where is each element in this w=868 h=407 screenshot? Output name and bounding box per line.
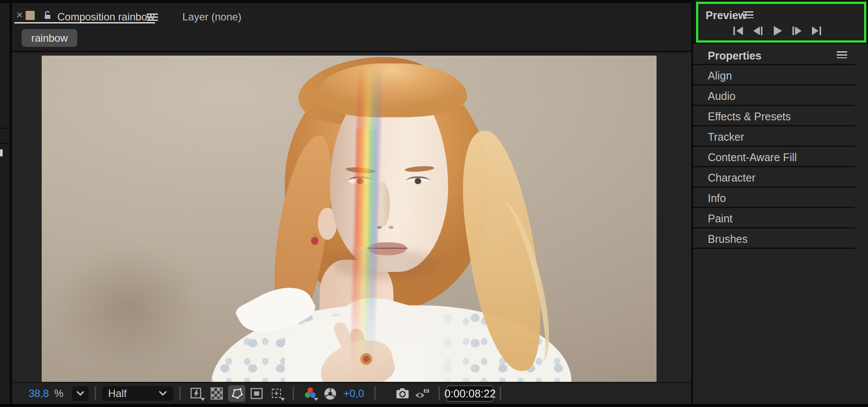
panel-divider <box>0 128 10 129</box>
toolbar-divider <box>374 387 376 400</box>
viewer-toolbar: 38,8 % Half <box>12 382 691 404</box>
caret-icon <box>201 398 205 401</box>
panel-tab-audio[interactable]: Audio <box>693 86 868 106</box>
photo-earring <box>311 233 319 246</box>
first-frame-button[interactable] <box>731 26 746 36</box>
transparency-grid-icon <box>211 387 223 400</box>
toolbar-divider <box>179 387 181 400</box>
exposure-value[interactable]: +0,0 <box>343 387 364 400</box>
photo-hair-front <box>315 63 467 117</box>
show-snapshot-button[interactable] <box>414 385 431 402</box>
title-action-safe-button[interactable] <box>248 385 265 402</box>
menu-icon[interactable] <box>147 13 158 21</box>
panel-tab-character[interactable]: Character <box>693 167 868 188</box>
panel-tab-brushes[interactable]: Brushes <box>693 228 868 249</box>
close-icon[interactable]: × <box>14 9 25 20</box>
next-frame-icon <box>792 26 803 36</box>
chevron-down-icon <box>76 391 85 396</box>
panel-tab-info[interactable]: Info <box>693 188 868 208</box>
menu-icon[interactable] <box>743 11 753 18</box>
after-effects-window: × Composition rainbow Layer (none) rainb… <box>0 0 868 407</box>
toolbar-divider <box>500 387 501 400</box>
fast-previews-button[interactable] <box>188 385 205 402</box>
menu-icon[interactable] <box>837 51 847 58</box>
chevron-down-icon <box>158 391 167 396</box>
resolution-value: Half <box>108 387 158 400</box>
magnification-value[interactable]: 38,8 <box>29 387 49 400</box>
panel-tab-tracker[interactable]: Tracker <box>693 126 868 147</box>
resolution-dropdown[interactable]: Half <box>102 386 173 401</box>
composition-viewer[interactable] <box>12 53 691 382</box>
panel-tab-effects-presets[interactable]: Effects & Presets <box>693 106 868 126</box>
transparency-grid-button[interactable] <box>208 385 225 402</box>
mask-shape-visibility-button[interactable] <box>228 385 245 402</box>
previous-frame-icon <box>752 26 764 36</box>
right-panel-column: Preview <box>693 0 868 404</box>
properties-panel-title: Properties <box>708 50 762 62</box>
tab-layer[interactable]: Layer (none) <box>182 11 241 23</box>
take-snapshot-button[interactable] <box>394 385 411 402</box>
toolbar-divider <box>439 387 440 400</box>
previous-frame-button[interactable] <box>751 26 765 36</box>
show-channel-button[interactable] <box>301 385 319 402</box>
play-icon <box>772 26 783 36</box>
panel-edge-handle <box>0 149 3 156</box>
show-snapshot-icon <box>415 388 430 400</box>
current-time-field[interactable]: 0:00:08:22 <box>446 385 494 402</box>
panel-tab-paint[interactable]: Paint <box>693 208 868 228</box>
reset-exposure-button[interactable] <box>321 385 339 402</box>
panel-tab-align[interactable]: Align <box>693 65 868 86</box>
first-frame-icon <box>733 26 744 36</box>
panel-divider <box>0 143 10 144</box>
play-button[interactable] <box>770 26 785 36</box>
last-frame-icon <box>811 26 822 36</box>
composition-canvas-image <box>42 56 657 382</box>
unlock-icon[interactable] <box>43 10 53 22</box>
preview-panel-title: Preview <box>706 9 747 22</box>
magnification-unit: % <box>54 387 63 400</box>
toolbar-divider <box>95 387 96 400</box>
take-snapshot-icon <box>396 388 409 399</box>
panel-tab-content-aware-fill[interactable]: Content-Aware Fill <box>693 147 868 167</box>
composition-chip-button[interactable]: rainbow <box>22 29 77 47</box>
active-tab-underline <box>14 22 155 23</box>
last-frame-button[interactable] <box>809 26 824 36</box>
grid-guide-options-button[interactable] <box>268 385 285 402</box>
photo-rainbow-highlight <box>356 129 377 247</box>
next-frame-button[interactable] <box>790 26 804 36</box>
comp-color-swatch[interactable] <box>26 11 35 20</box>
left-panel-edge <box>0 3 10 404</box>
magnification-dropdown-button[interactable] <box>72 386 89 401</box>
toolbar-divider <box>293 387 294 400</box>
photo-eye-right <box>406 176 430 184</box>
tab-composition[interactable]: Composition rainbow <box>57 11 155 23</box>
caret-icon <box>314 398 318 401</box>
preview-panel-area: Preview <box>693 0 868 44</box>
properties-panel-header[interactable]: Properties <box>693 46 868 65</box>
mask-shape-visibility-icon <box>230 387 243 400</box>
photo-background-shadow <box>42 221 233 382</box>
title-action-safe-icon <box>251 388 263 399</box>
caret-icon <box>281 398 285 401</box>
reset-exposure-icon <box>324 388 336 400</box>
composition-panel: × Composition rainbow Layer (none) rainb… <box>12 3 691 404</box>
window-bottom-edge <box>0 404 868 407</box>
composition-panel-header: × Composition rainbow Layer (none) rainb… <box>12 3 691 52</box>
preview-panel: Preview <box>696 2 866 43</box>
preview-transport-controls <box>731 26 824 36</box>
photo-jaw-shadow <box>333 249 438 279</box>
